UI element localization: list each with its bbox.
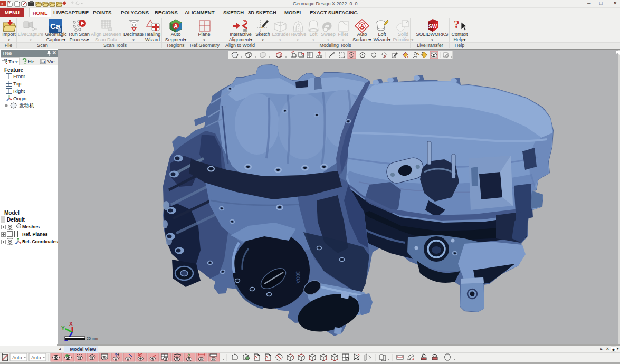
svg-text:300A: 300A	[295, 271, 301, 284]
svg-text:A: A	[360, 23, 364, 29]
svg-text:Y: Y	[61, 325, 65, 331]
svg-text:X: X	[1, 2, 4, 6]
svg-text:A: A	[174, 23, 178, 29]
svg-text:SW: SW	[428, 24, 437, 30]
svg-text:X: X	[69, 321, 73, 327]
svg-text:mm: mm	[92, 337, 98, 340]
svg-text:Auto: Auto	[12, 355, 22, 360]
svg-text:?: ?	[454, 18, 460, 31]
svg-text:25: 25	[87, 337, 91, 340]
svg-text:Auto: Auto	[31, 355, 41, 360]
